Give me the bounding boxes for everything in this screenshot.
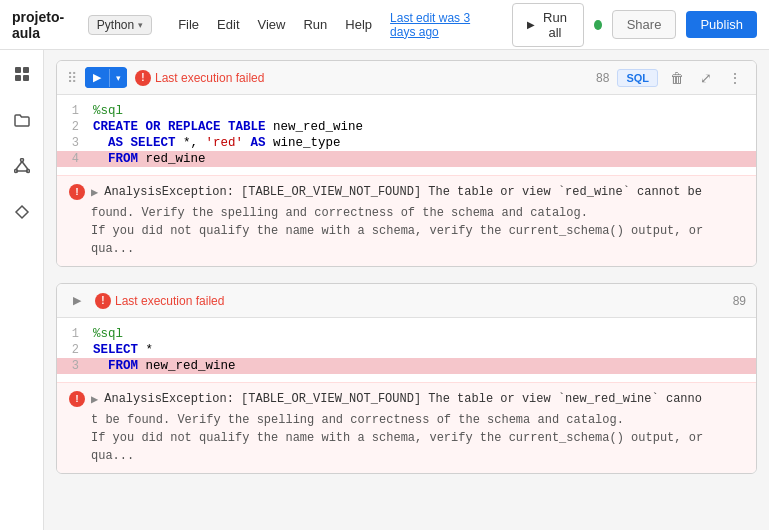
run-all-label: Run all <box>541 10 569 40</box>
main-layout: ⠿ ▶ ▾ ! Last execution failed 88 SQL 🗑 ⤢… <box>0 50 769 530</box>
code-area-2[interactable]: 1 %sql 2 SELECT * 3 FROM new_red_wine <box>57 318 756 382</box>
chevron-down-icon: ▾ <box>138 20 143 30</box>
run-cell-2-button[interactable]: ▶ <box>67 290 87 311</box>
error-title-1: AnalysisException: [TABLE_OR_VIEW_NOT_FO… <box>104 185 702 199</box>
code-line-2-3: 3 FROM new_red_wine <box>57 358 756 374</box>
cell-1-header: ⠿ ▶ ▾ ! Last execution failed 88 SQL 🗑 ⤢… <box>57 61 756 95</box>
play-icon: ▶ <box>527 19 535 30</box>
error-chevron-2[interactable]: ▶ <box>91 392 98 407</box>
menu-bar: File Edit View Run Help <box>170 13 380 36</box>
line-content: %sql <box>93 327 756 341</box>
grid-icon[interactable] <box>8 60 36 88</box>
error-output-1: ! ▶ AnalysisException: [TABLE_OR_VIEW_NO… <box>57 175 756 266</box>
line-num: 2 <box>57 343 93 357</box>
svg-point-4 <box>20 159 23 162</box>
menu-help[interactable]: Help <box>337 13 380 36</box>
error-title-2: AnalysisException: [TABLE_OR_VIEW_NOT_FO… <box>104 392 702 406</box>
error-icon-output-2: ! <box>69 391 85 407</box>
language-selector[interactable]: Python ▾ <box>88 15 152 35</box>
error-output-header-2: ! ▶ AnalysisException: [TABLE_OR_VIEW_NO… <box>69 391 744 407</box>
delete-icon[interactable]: 🗑 <box>666 68 688 88</box>
notebook-content: ⠿ ▶ ▾ ! Last execution failed 88 SQL 🗑 ⤢… <box>44 50 769 530</box>
code-area-1[interactable]: 1 %sql 2 CREATE OR REPLACE TABLE new_red… <box>57 95 756 175</box>
svg-line-7 <box>16 162 22 170</box>
cell-2: ▶ ! Last execution failed 89 1 %sql 2 SE… <box>56 283 757 474</box>
language-label: Python <box>97 18 134 32</box>
line-content: FROM new_red_wine <box>93 359 756 373</box>
error-badge-1: ! Last execution failed <box>135 70 264 86</box>
line-num: 2 <box>57 120 93 134</box>
folder-icon[interactable] <box>8 106 36 134</box>
error-output-header-1: ! ▶ AnalysisException: [TABLE_OR_VIEW_NO… <box>69 184 744 200</box>
nodes-icon[interactable] <box>8 152 36 180</box>
run-dropdown-button[interactable]: ▾ <box>109 69 127 87</box>
line-num: 1 <box>57 327 93 341</box>
sql-badge-1: SQL <box>617 69 658 87</box>
run-cell-1-button[interactable]: ▶ <box>85 67 109 88</box>
line-content: CREATE OR REPLACE TABLE new_red_wine <box>93 120 756 134</box>
line-num: 3 <box>57 136 93 150</box>
last-edit-link[interactable]: Last edit was 3 days ago <box>390 11 492 39</box>
line-num: 4 <box>57 152 93 166</box>
execution-status-1: Last execution failed <box>155 71 264 85</box>
cell-1: ⠿ ▶ ▾ ! Last execution failed 88 SQL 🗑 ⤢… <box>56 60 757 267</box>
error-icon-2: ! <box>95 293 111 309</box>
project-title: projeto-aula <box>12 9 74 41</box>
error-icon-1: ! <box>135 70 151 86</box>
run-button-group: ▶ ▾ <box>85 67 127 88</box>
run-all-button[interactable]: ▶ Run all <box>512 3 584 47</box>
error-badge-2: ! Last execution failed <box>95 293 224 309</box>
top-bar: projeto-aula Python ▾ File Edit View Run… <box>0 0 769 50</box>
svg-rect-3 <box>23 75 29 81</box>
share-button[interactable]: Share <box>612 10 677 39</box>
menu-view[interactable]: View <box>250 13 294 36</box>
diamond-icon[interactable] <box>8 198 36 226</box>
drag-handle-icon[interactable]: ⠿ <box>67 70 77 86</box>
code-line-2-2: 2 SELECT * <box>57 342 756 358</box>
menu-edit[interactable]: Edit <box>209 13 247 36</box>
code-line-1-4: 4 FROM red_wine <box>57 151 756 167</box>
error-chevron-1[interactable]: ▶ <box>91 185 98 200</box>
execution-status-2: Last execution failed <box>115 294 224 308</box>
svg-rect-0 <box>15 67 21 73</box>
cell-number-2: 89 <box>733 294 746 308</box>
expand-icon[interactable]: ⤢ <box>696 68 716 88</box>
code-line-2-1: 1 %sql <box>57 326 756 342</box>
sidebar <box>0 50 44 530</box>
status-dot <box>594 20 602 30</box>
line-content: SELECT * <box>93 343 756 357</box>
svg-rect-2 <box>15 75 21 81</box>
more-icon[interactable]: ⋮ <box>724 68 746 88</box>
line-num: 3 <box>57 359 93 373</box>
error-icon-output-1: ! <box>69 184 85 200</box>
line-content: %sql <box>93 104 756 118</box>
code-line-1-1: 1 %sql <box>57 103 756 119</box>
code-line-1-3: 3 AS SELECT *, 'red' AS wine_type <box>57 135 756 151</box>
line-num: 1 <box>57 104 93 118</box>
svg-line-8 <box>22 162 28 170</box>
error-body-2: t be found. Verify the spelling and corr… <box>69 411 744 465</box>
menu-run[interactable]: Run <box>295 13 335 36</box>
line-content: FROM red_wine <box>93 152 756 166</box>
code-line-1-2: 2 CREATE OR REPLACE TABLE new_red_wine <box>57 119 756 135</box>
svg-rect-1 <box>23 67 29 73</box>
error-body-1: found. Verify the spelling and correctne… <box>69 204 744 258</box>
publish-button[interactable]: Publish <box>686 11 757 38</box>
menu-file[interactable]: File <box>170 13 207 36</box>
cell-number-1: 88 <box>596 71 609 85</box>
error-output-2: ! ▶ AnalysisException: [TABLE_OR_VIEW_NO… <box>57 382 756 473</box>
line-content: AS SELECT *, 'red' AS wine_type <box>93 136 756 150</box>
cell-2-header: ▶ ! Last execution failed 89 <box>57 284 756 318</box>
